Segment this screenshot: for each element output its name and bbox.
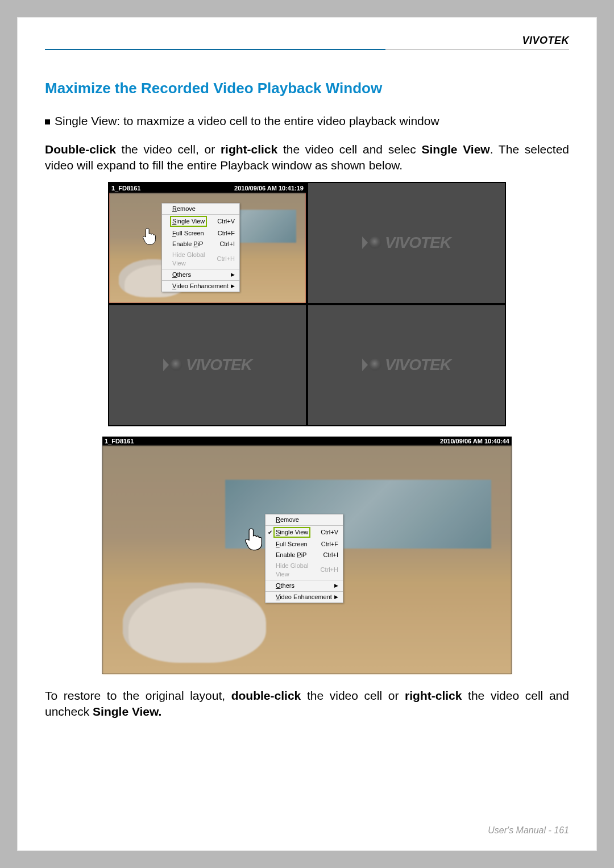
section-title: Maximize the Recorded Video Playback Win…	[45, 80, 569, 97]
vivotek-logo: VIVOTEK	[362, 234, 451, 252]
p2-doubleclick: double-click	[231, 689, 301, 702]
menu-full-screen[interactable]: Full Screen Ctrl+F	[265, 539, 343, 550]
cell-timestamp: 2010/09/06 AM 10:41:19	[234, 185, 304, 192]
vivotek-logo: VIVOTEK	[163, 356, 252, 374]
shortcut: Ctrl+V	[217, 217, 235, 226]
quad-view-screenshot: 1_FD8161 2010/09/06 AM 10:41:19 Remove S…	[108, 182, 506, 426]
logo-lens-icon	[170, 359, 182, 371]
instruction-paragraph-1: Double-click the video cell, or right-cl…	[45, 142, 569, 174]
menu-hide-global-view: Hide Global View Ctrl+H	[162, 250, 239, 269]
brand-text: VIVOTEK	[522, 35, 569, 46]
footer-label: User's Manual -	[488, 825, 554, 835]
header-rule	[45, 49, 569, 50]
menu-hide-global-view: Hide Global View Ctrl+H	[265, 560, 343, 580]
hand-cursor-icon	[243, 528, 266, 551]
bullet-text: Single View: to maxmize a video cell to …	[55, 114, 439, 128]
cell-timestamp: 2010/09/06 AM 10:40:44	[440, 438, 509, 445]
menu-remove[interactable]: Remove	[265, 514, 343, 525]
document-page: VIVOTEK Maximize the Recorded Video Play…	[17, 17, 597, 851]
cell-header: 1_FD8161 2010/09/06 AM 10:41:19	[109, 183, 306, 193]
logo-fin-icon	[362, 359, 368, 371]
p1-rightclick: right-click	[221, 143, 277, 156]
shortcut: Ctrl+F	[218, 229, 235, 238]
shortcut: Ctrl+H	[321, 566, 338, 574]
logo-text: VIVOTEK	[385, 356, 451, 374]
menu-single-view[interactable]: Single View Ctrl+V	[162, 214, 239, 228]
instruction-paragraph-2: To restore to the original layout, doubl…	[45, 688, 569, 720]
bullet-square-icon	[45, 119, 50, 124]
p2-singleview: Single View.	[93, 705, 161, 718]
menu-video-enhancement[interactable]: Video Enhancement▶	[162, 280, 239, 292]
context-menu[interactable]: Remove Single View Ctrl+V Full Screen Ct…	[161, 203, 240, 292]
video-cell-2[interactable]: VIVOTEK	[308, 183, 505, 303]
check-icon: ✔	[268, 528, 272, 537]
page-number: 161	[554, 825, 569, 835]
logo-fin-icon	[163, 359, 169, 371]
cell-label: 1_FD8161	[111, 185, 140, 192]
video-cell-3[interactable]: VIVOTEK	[109, 305, 306, 425]
menu-video-enhancement[interactable]: Video Enhancement▶	[265, 591, 343, 603]
shortcut: Ctrl+V	[321, 528, 338, 537]
menu-enable-pip[interactable]: Enable PiP Ctrl+I	[265, 550, 343, 560]
menu-full-screen[interactable]: Full Screen Ctrl+F	[162, 228, 239, 239]
shortcut: Ctrl+I	[219, 240, 235, 248]
submenu-arrow-icon: ▶	[231, 271, 235, 279]
p1-singleview: Single View	[422, 143, 490, 156]
header-brand: VIVOTEK	[45, 35, 569, 55]
cell-label: 1_FD8161	[105, 438, 134, 445]
shortcut: Ctrl+I	[323, 551, 338, 559]
menu-enable-pip[interactable]: Enable PiP Ctrl+I	[162, 239, 239, 250]
single-view-bullet: Single View: to maxmize a video cell to …	[45, 114, 569, 128]
hand-cursor-icon	[142, 227, 159, 246]
cell-header: 1_FD8161 2010/09/06 AM 10:40:44	[102, 437, 512, 446]
menu-others[interactable]: Others▶	[265, 580, 343, 591]
logo-lens-icon	[369, 236, 381, 249]
shortcut: Ctrl+F	[321, 540, 338, 549]
footer: User's Manual - 161	[488, 825, 569, 836]
vivotek-logo: VIVOTEK	[362, 356, 451, 374]
p2-rightclick: right-click	[405, 689, 462, 702]
context-menu-single[interactable]: Remove ✔ Single View Ctrl+V Full Screen …	[265, 514, 343, 603]
menu-remove[interactable]: Remove	[162, 203, 239, 214]
menu-single-view-checked[interactable]: ✔ Single View Ctrl+V	[265, 525, 343, 539]
logo-text: VIVOTEK	[186, 356, 252, 374]
video-cell-4[interactable]: VIVOTEK	[308, 305, 505, 425]
logo-text: VIVOTEK	[385, 234, 451, 252]
single-view-screenshot: 1_FD8161 2010/09/06 AM 10:40:44 Remove ✔…	[102, 437, 512, 674]
menu-others[interactable]: Others▶	[162, 269, 239, 280]
p1-doubleclick: Double-click	[45, 143, 116, 156]
shortcut: Ctrl+H	[217, 255, 235, 263]
submenu-arrow-icon: ▶	[231, 282, 235, 290]
submenu-arrow-icon: ▶	[334, 593, 338, 601]
submenu-arrow-icon: ▶	[334, 582, 338, 590]
logo-fin-icon	[362, 236, 368, 249]
logo-lens-icon	[369, 359, 381, 371]
video-cell-1[interactable]: 1_FD8161 2010/09/06 AM 10:41:19 Remove S…	[109, 183, 306, 303]
